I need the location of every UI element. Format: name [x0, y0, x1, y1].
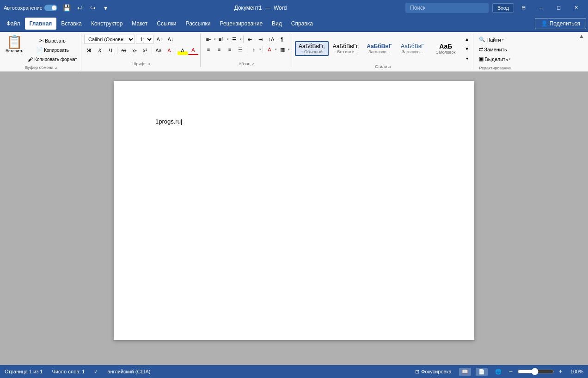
- multilevel-dropdown[interactable]: ▾: [240, 37, 242, 41]
- line-spacing-button[interactable]: ↕: [249, 45, 259, 54]
- grow-font-button[interactable]: A↑: [154, 35, 165, 44]
- sort-button[interactable]: ↕A: [266, 35, 276, 44]
- bold-button[interactable]: Ж: [84, 46, 94, 55]
- styles-scroll-down[interactable]: ▼: [463, 44, 471, 53]
- autosave-toggle[interactable]: [44, 5, 57, 11]
- titlebar-right: Вход ⊟ ─ ◻ ✕: [492, 2, 584, 14]
- editing-label: Редактирование: [479, 65, 511, 70]
- select-icon: ▣: [479, 56, 484, 62]
- bullets-button[interactable]: ≡•: [203, 35, 214, 44]
- menu-constructor[interactable]: Конструктор: [86, 18, 127, 30]
- numbering-button[interactable]: ≡1: [216, 35, 227, 44]
- style-no-spacing[interactable]: АаБбВвГг, ↑ Без инте...: [330, 42, 362, 56]
- save-button[interactable]: 💾: [61, 2, 73, 14]
- border-dropdown[interactable]: ▾: [288, 48, 290, 51]
- clipboard-group: 📋 Вставить ✂ Вырезать 📄 Копировать: [2, 34, 81, 71]
- copy-button[interactable]: 📄 Копировать: [26, 46, 79, 54]
- font-label: Шрифт ⊿: [132, 61, 150, 66]
- font-family-select[interactable]: Calibri (Основн.: [84, 35, 135, 44]
- print-layout-button[interactable]: 📄: [476, 368, 488, 376]
- case-button[interactable]: Аа: [153, 46, 164, 55]
- line-spacing-dropdown[interactable]: ▾: [259, 48, 261, 51]
- numbering-dropdown[interactable]: ▾: [227, 37, 229, 41]
- style-heading3[interactable]: АаБ Заголовок: [429, 41, 462, 56]
- select-button[interactable]: ▣ Выделить ▾: [476, 55, 514, 63]
- highlight-button[interactable]: А: [178, 46, 188, 55]
- shading-button[interactable]: A: [264, 45, 275, 54]
- titlebar: Автосохранение 💾 ↩ ↪ ▾ Документ1 — Word …: [0, 0, 588, 15]
- styles-more[interactable]: ▾: [463, 54, 471, 62]
- align-right-button[interactable]: ≡: [225, 45, 235, 54]
- paste-button[interactable]: 📋 Вставить: [4, 35, 25, 54]
- text-cursor: [181, 118, 182, 125]
- redo-button[interactable]: ↪: [87, 2, 99, 14]
- zoom-out-icon[interactable]: −: [509, 368, 513, 375]
- restore-button[interactable]: ◻: [550, 2, 567, 14]
- search-input[interactable]: [405, 3, 489, 13]
- share-button[interactable]: 👤 Поделиться: [535, 18, 586, 29]
- close-button[interactable]: ✕: [568, 2, 584, 14]
- style-normal[interactable]: АаБбВвГг, ↑ Обычный: [295, 41, 329, 56]
- document-title: Документ1 — Word: [116, 5, 405, 11]
- shading-dropdown[interactable]: ▾: [275, 48, 277, 51]
- ribbon-display-button[interactable]: ⊟: [515, 2, 532, 14]
- focus-icon: ⊡: [415, 369, 419, 375]
- italic-button[interactable]: К: [95, 46, 105, 55]
- underline-button[interactable]: Ч: [105, 46, 116, 55]
- find-button[interactable]: 🔍 Найти ▾: [476, 36, 514, 43]
- menu-review[interactable]: Рецензирование: [215, 18, 267, 30]
- increase-indent-button[interactable]: ⇥: [256, 35, 266, 44]
- spell-check-icon[interactable]: ✓: [94, 369, 98, 375]
- subscript-button[interactable]: x₂: [129, 46, 140, 55]
- zoom-slider[interactable]: [517, 368, 554, 375]
- cut-button[interactable]: ✂ Вырезать: [26, 37, 79, 45]
- document-page[interactable]: 1progs.ru: [114, 81, 474, 340]
- bullets-dropdown[interactable]: ▾: [214, 37, 216, 41]
- styles-scroll-up[interactable]: ▲: [463, 35, 471, 43]
- font-size-select[interactable]: 11: [136, 35, 153, 44]
- read-mode-button[interactable]: 📖: [459, 368, 471, 376]
- ribbon-collapse-button[interactable]: ▲: [579, 33, 584, 39]
- minimize-button[interactable]: ─: [533, 2, 549, 14]
- clipboard-expand-icon[interactable]: ⊿: [55, 66, 58, 70]
- language[interactable]: английский (США): [107, 369, 150, 374]
- align-left-button[interactable]: ≡: [203, 45, 214, 54]
- find-icon: 🔍: [479, 37, 485, 43]
- customize-button[interactable]: ▾: [100, 2, 112, 14]
- style-heading2[interactable]: АаБбВвГ Заголово...: [396, 42, 429, 56]
- paragraph-expand-icon[interactable]: ⊿: [251, 62, 255, 66]
- align-center-button[interactable]: ≡: [214, 45, 224, 54]
- signin-button[interactable]: Вход: [492, 3, 514, 12]
- border-button[interactable]: ▦: [277, 45, 288, 54]
- multilevel-button[interactable]: ☰: [229, 35, 239, 44]
- format-painter-button[interactable]: 🖌 Копировать формат: [26, 55, 79, 63]
- replace-button[interactable]: ⇄ Заменить: [476, 45, 514, 53]
- decrease-indent-button[interactable]: ⇤: [245, 35, 255, 44]
- clear-format-button[interactable]: А: [164, 46, 174, 55]
- font-expand-icon[interactable]: ⊿: [147, 62, 150, 66]
- styles-list: АаБбВвГг, ↑ Обычный АаБбВвГг, ↑ Без инте…: [295, 41, 462, 56]
- styles-expand-icon[interactable]: ⊿: [388, 65, 391, 69]
- undo-button[interactable]: ↩: [74, 2, 86, 14]
- ribbon: 📋 Вставить ✂ Вырезать 📄 Копировать: [0, 32, 588, 72]
- style-heading1[interactable]: АаБбВвГ Заголово...: [363, 42, 395, 56]
- menu-view[interactable]: Вид: [267, 18, 287, 30]
- zoom-in-icon[interactable]: +: [559, 368, 563, 375]
- menu-help[interactable]: Справка: [287, 18, 318, 30]
- focus-button[interactable]: ⊡ Фокусировка: [412, 368, 454, 376]
- zoom-level[interactable]: 100%: [567, 369, 583, 374]
- menu-file[interactable]: Файл: [2, 18, 25, 30]
- superscript-button[interactable]: x²: [140, 46, 150, 55]
- menu-mailings[interactable]: Рассылки: [181, 18, 215, 30]
- menu-insert[interactable]: Вставка: [56, 18, 86, 30]
- shrink-font-button[interactable]: A↓: [165, 35, 176, 44]
- word-count: Число слов: 1: [52, 369, 85, 374]
- strikethrough-button[interactable]: зч: [119, 46, 129, 55]
- web-view-button[interactable]: 🌐: [492, 368, 504, 376]
- menu-layout[interactable]: Макет: [127, 18, 152, 30]
- menu-home[interactable]: Главная: [25, 18, 57, 30]
- justify-button[interactable]: ☰: [235, 45, 245, 54]
- marks-button[interactable]: ¶: [277, 35, 287, 44]
- font-color-button[interactable]: А: [188, 46, 198, 55]
- menu-references[interactable]: Ссылки: [152, 18, 181, 30]
